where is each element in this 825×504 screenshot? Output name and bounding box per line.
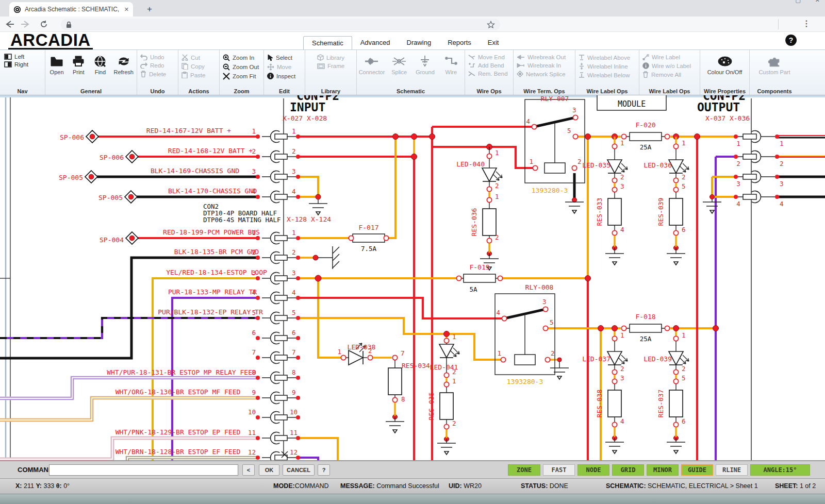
zoom-fit-button[interactable]: Zoom Fit <box>223 73 260 80</box>
nav-left-button[interactable]: Left <box>4 54 41 60</box>
svg-text:BLK-14-170-CHASSIS GND: BLK-14-170-CHASSIS GND <box>168 187 257 195</box>
wire-f017-out-riser[interactable] <box>388 137 395 238</box>
library-button[interactable]: Library <box>317 54 344 61</box>
refresh-button[interactable]: Refresh <box>113 54 134 75</box>
move-button[interactable]: Move <box>267 63 302 71</box>
led-041-chain[interactable] <box>437 338 459 455</box>
svg-text:WHT/ORG-18-130-BR ESTOP MF FEE: WHT/ORG-18-130-BR ESTOP MF FEED <box>116 388 241 396</box>
custom-part-button[interactable]: Custom Part <box>753 54 796 75</box>
forward-icon[interactable] <box>18 20 35 28</box>
led-038-chain[interactable] <box>341 343 404 433</box>
ground-button[interactable]: Ground <box>415 54 435 75</box>
led-035-chain[interactable] <box>605 137 628 265</box>
new-tab-button[interactable]: + <box>143 4 156 15</box>
svg-text:RES-037: RES-037 <box>657 390 665 418</box>
bookmark-star-icon[interactable] <box>487 21 495 29</box>
open-button[interactable]: Open <box>48 54 65 75</box>
tab-reports[interactable]: Reports <box>439 36 480 49</box>
wire-output-right-2[interactable] <box>777 156 825 157</box>
paste-button[interactable]: Paste <box>182 72 216 78</box>
fuse-f020[interactable] <box>621 132 669 141</box>
remove-all-button[interactable]: Remove All <box>642 71 697 78</box>
tab-schematic[interactable]: Schematic <box>303 36 352 49</box>
output-connector[interactable] <box>738 131 775 203</box>
schematic-canvas[interactable]: .tr{fill:#ed1c24;font:13px "DejaVu Sans … <box>0 95 825 460</box>
wire-estop-mf-feed[interactable] <box>0 398 258 420</box>
toggle-zone[interactable]: ZONE <box>508 464 540 476</box>
toggle-angle[interactable]: ANGLE:15° <box>750 464 810 476</box>
led-036-chain[interactable] <box>667 137 689 265</box>
wire-rly008-pin1-feed[interactable] <box>298 318 501 360</box>
back-icon[interactable] <box>0 20 18 28</box>
command-ok-button[interactable]: OK <box>259 464 279 476</box>
window-close-icon[interactable]: ✕ <box>815 0 820 4</box>
network-splice-button[interactable]: Network Splice <box>517 71 572 77</box>
reload-icon[interactable] <box>35 20 53 28</box>
ribbon-group-edit: Select Move Inspect Edit <box>264 50 305 95</box>
toggle-minor[interactable]: MINOR <box>647 464 679 476</box>
wire-button[interactable]: Wire <box>441 54 461 75</box>
zoom-in-button[interactable]: Zoom In <box>223 54 260 61</box>
svg-text:RES-039: RES-039 <box>657 198 665 226</box>
select-button[interactable]: Select <box>267 54 302 61</box>
redo-button[interactable]: Redo <box>140 62 175 69</box>
inspect-button[interactable]: Inspect <box>267 73 302 79</box>
toggle-fast[interactable]: FAST <box>543 464 575 476</box>
address-bar[interactable] <box>61 19 500 30</box>
wirelabel-above-button[interactable]: Wirelabel Above <box>579 54 636 61</box>
wirelabel-inline-button[interactable]: Wirelabel Inline <box>579 63 636 70</box>
wirebreak-out-button[interactable]: Wirebreak Out <box>517 54 572 60</box>
browser-tab[interactable]: Arcadia Schematic : SCHEMATIC, ✕ <box>9 2 133 16</box>
colour-on-off-button[interactable]: Colour On/Off <box>703 54 746 75</box>
delete-button[interactable]: Delete <box>140 71 175 77</box>
wires-layer[interactable] <box>0 127 825 460</box>
wire-output-right-1[interactable] <box>777 136 825 138</box>
wire-pin34-gnd-loop[interactable] <box>298 177 318 197</box>
move-end-button[interactable]: Move End <box>468 54 510 60</box>
wire-label-button[interactable]: Wire Label <box>642 54 697 60</box>
zoom-out-button[interactable]: Zoom Out <box>223 63 260 71</box>
splice-button[interactable]: Splice <box>389 54 409 75</box>
command-cancel-button[interactable]: CANCEL <box>283 464 315 476</box>
find-button[interactable]: Find <box>92 54 108 75</box>
toggle-grid[interactable]: GRID <box>612 464 644 476</box>
command-help-button[interactable]: ? <box>318 464 330 476</box>
command-back-button[interactable]: < <box>242 464 255 476</box>
remove-bend-button[interactable]: Rem. Bend <box>468 71 510 77</box>
wire-ep-relay-tr[interactable] <box>0 318 258 338</box>
nav-right-button[interactable]: Right <box>4 61 41 68</box>
cut-button[interactable]: Cut <box>182 54 216 61</box>
tab-advanced[interactable]: Advanced <box>352 36 399 49</box>
wire-rly008-pin4-feed[interactable] <box>298 298 502 318</box>
command-input[interactable] <box>49 464 238 476</box>
fuse-f019[interactable] <box>456 274 502 282</box>
browser-menu-icon[interactable]: ⋮ <box>802 19 811 28</box>
tab-exit[interactable]: Exit <box>480 36 507 49</box>
svg-text:1: 1 <box>292 229 296 237</box>
connector-button[interactable]: Connector <box>360 54 384 75</box>
add-bend-button[interactable]: Add Bend <box>468 62 510 69</box>
fuse-f018[interactable] <box>621 324 669 332</box>
svg-text:8: 8 <box>401 395 405 403</box>
wirelabel-below-button[interactable]: Wirelabel Below <box>579 72 636 78</box>
browser-tab-strip: Arcadia Schematic : SCHEMATIC, ✕ + ▢ ✕ <box>0 0 825 16</box>
toggle-guide[interactable]: GUIDE <box>681 464 713 476</box>
print-button[interactable]: Print <box>70 54 87 75</box>
relay-rly-008[interactable] <box>495 294 555 375</box>
toggle-node[interactable]: NODE <box>578 464 609 476</box>
undo-button[interactable]: Undo <box>140 54 175 60</box>
fuse-f017[interactable] <box>348 234 389 242</box>
toggle-rline[interactable]: RLINE <box>716 464 748 476</box>
help-button[interactable]: ? <box>785 35 797 46</box>
tab-drawing[interactable]: Drawing <box>399 36 440 49</box>
window-maximize-icon[interactable]: ▢ <box>795 0 800 4</box>
led-037-chain[interactable] <box>605 336 628 453</box>
tab-close-icon[interactable]: ✕ <box>124 6 129 13</box>
copy-button[interactable]: Copy <box>182 63 216 70</box>
splice-symbols[interactable] <box>85 130 138 244</box>
frame-button[interactable]: Frame <box>317 63 344 69</box>
puzzle-icon <box>768 55 781 68</box>
wirebreak-in-button[interactable]: Wirebreak In <box>517 62 572 69</box>
led-039-chain[interactable] <box>667 336 689 453</box>
wire-wo-label-button[interactable]: Wire w/o Label <box>642 62 697 69</box>
